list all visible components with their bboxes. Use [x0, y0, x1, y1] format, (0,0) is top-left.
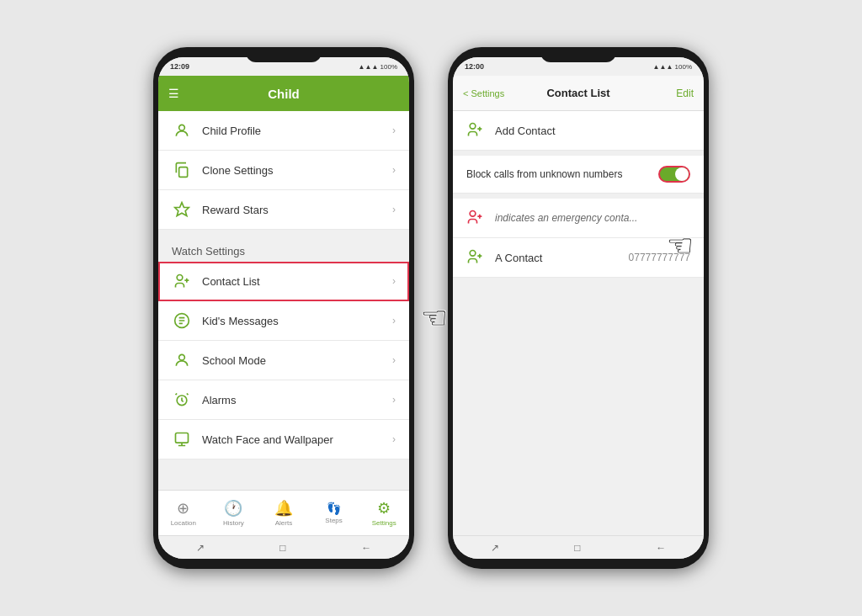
svg-point-5 [179, 354, 185, 360]
android-back-2[interactable]: ← [656, 542, 666, 554]
history-label: History [223, 519, 244, 527]
clone-settings-label: Clone Settings [202, 164, 392, 177]
child-profile-label: Child Profile [202, 125, 392, 137]
chevron-icon-7: › [392, 394, 396, 406]
school-mode-label: School Mode [202, 354, 392, 367]
svg-rect-1 [179, 167, 188, 178]
svg-point-10 [470, 251, 476, 257]
chevron-icon: › [392, 125, 396, 136]
settings-icon: ⚙ [377, 499, 391, 518]
contact-list-icon [172, 271, 192, 291]
menu-list-1: Child Profile › Clone Settings › [158, 111, 409, 490]
block-calls-row: Block calls from unknown numbers [453, 156, 704, 194]
svg-point-3 [177, 275, 183, 281]
menu-item-alarms[interactable]: Alarms › [158, 380, 409, 420]
svg-point-0 [179, 125, 185, 130]
block-calls-toggle[interactable] [658, 166, 690, 183]
history-icon: 🕐 [224, 499, 242, 518]
contact-header: < Settings Contact List Edit [453, 76, 704, 111]
phone1-notch [246, 47, 322, 62]
signal-icon-1: ▲▲▲ 100% [359, 63, 397, 71]
section-gap-1 [158, 230, 409, 236]
school-mode-icon [172, 350, 192, 370]
contact-list-content: Add Contact Block calls from unknown num… [453, 111, 704, 535]
nav-alerts[interactable]: 🔔 Alerts [258, 496, 309, 530]
status-icons-2: ▲▲▲ 100% [653, 63, 692, 71]
reward-stars-label: Reward Stars [202, 204, 392, 216]
android-nav-1: ↗ □ ← [158, 535, 409, 559]
emergency-icon [466, 209, 485, 227]
android-home-1[interactable]: □ [279, 542, 285, 554]
location-label: Location [171, 519, 196, 527]
a-contact-name: A Contact [495, 252, 629, 264]
contact-list-title: Contact List [546, 87, 609, 99]
block-calls-label: Block calls from unknown numbers [466, 168, 658, 180]
phone2-wrapper: 12:00 ▲▲▲ 100% < Settings Contact List E… [448, 47, 709, 569]
emergency-label: indicates an emergency conta... [495, 212, 637, 224]
android-share-1[interactable]: ↗ [196, 542, 205, 554]
child-profile-icon [172, 120, 192, 141]
chevron-icon-6: › [392, 354, 396, 366]
phone2-notch [540, 47, 616, 62]
nav-settings[interactable]: ⚙ Settings [359, 496, 409, 530]
alerts-icon: 🔔 [274, 499, 293, 518]
steps-icon: 👣 [327, 502, 341, 515]
phone1-screen: 12:09 ▲▲▲ 100% ☰ Child [158, 57, 409, 559]
a-contact-row[interactable]: A Contact 07777777777 [453, 238, 704, 278]
edit-button[interactable]: Edit [676, 88, 694, 99]
menu-item-watch-face[interactable]: Watch Face and Wallpaper › [158, 420, 409, 459]
cursor-hand-1: ☞ [421, 300, 448, 336]
steps-label: Steps [325, 517, 342, 524]
android-back-1[interactable]: ← [361, 542, 371, 554]
chevron-icon-5: › [392, 315, 396, 327]
watch-face-icon [172, 429, 192, 449]
menu-item-clone-settings[interactable]: Clone Settings › [158, 151, 409, 190]
watch-face-label: Watch Face and Wallpaper [202, 433, 392, 446]
svg-point-8 [470, 124, 476, 130]
phone2-screen: 12:00 ▲▲▲ 100% < Settings Contact List E… [453, 57, 704, 559]
android-home-2[interactable]: □ [574, 542, 580, 554]
chevron-icon-3: › [392, 204, 396, 215]
bottom-nav-1: ⊕ Location 🕐 History 🔔 Alerts 👣 Steps ⚙ [158, 490, 409, 535]
android-share-2[interactable]: ↗ [491, 542, 499, 554]
nav-steps[interactable]: 👣 Steps [309, 498, 359, 528]
kids-messages-icon [172, 311, 192, 331]
a-contact-icon [466, 248, 485, 267]
svg-marker-2 [175, 203, 189, 216]
nav-location[interactable]: ⊕ Location [158, 496, 209, 530]
svg-rect-7 [176, 433, 189, 443]
status-icons-1: ▲▲▲ 100% [359, 63, 397, 71]
add-contact-item[interactable]: Add Contact [453, 111, 704, 151]
emergency-row: indicates an emergency conta... [453, 199, 704, 238]
chevron-icon-8: › [392, 433, 396, 445]
location-icon: ⊕ [177, 499, 189, 518]
contact-list-label: Contact List [202, 275, 392, 288]
menu-item-school-mode[interactable]: School Mode › [158, 341, 409, 380]
kids-messages-label: Kid's Messages [202, 315, 392, 327]
add-contact-label: Add Contact [495, 125, 690, 137]
menu-item-reward-stars[interactable]: Reward Stars › [158, 190, 409, 230]
clone-settings-icon [172, 160, 192, 180]
chevron-icon-4: › [392, 275, 396, 287]
reward-stars-icon [172, 199, 192, 220]
menu-icon-1[interactable]: ☰ [168, 87, 179, 100]
alarms-label: Alarms [202, 394, 392, 406]
nav-history[interactable]: 🕐 History [209, 496, 259, 530]
back-button[interactable]: < Settings [463, 88, 504, 98]
add-contact-icon [466, 121, 485, 140]
settings-label: Settings [372, 519, 396, 527]
signal-icon-2: ▲▲▲ 100% [653, 63, 692, 71]
menu-item-kids-messages[interactable]: Kid's Messages › [158, 301, 409, 341]
chevron-icon-2: › [392, 164, 396, 176]
phone1-wrapper: 12:09 ▲▲▲ 100% ☰ Child [153, 47, 414, 569]
menu-item-contact-list[interactable]: Contact List › [158, 262, 409, 301]
svg-point-9 [470, 211, 476, 217]
a-contact-number: 07777777777 [629, 252, 690, 263]
status-time-1: 12:09 [170, 62, 189, 71]
watch-settings-label: Watch Settings [158, 236, 409, 262]
header-title-1: Child [268, 87, 300, 101]
phone2: 12:00 ▲▲▲ 100% < Settings Contact List E… [448, 47, 709, 569]
status-time-2: 12:00 [465, 62, 484, 71]
menu-item-child-profile[interactable]: Child Profile › [158, 111, 409, 151]
alerts-label: Alerts [275, 519, 292, 527]
